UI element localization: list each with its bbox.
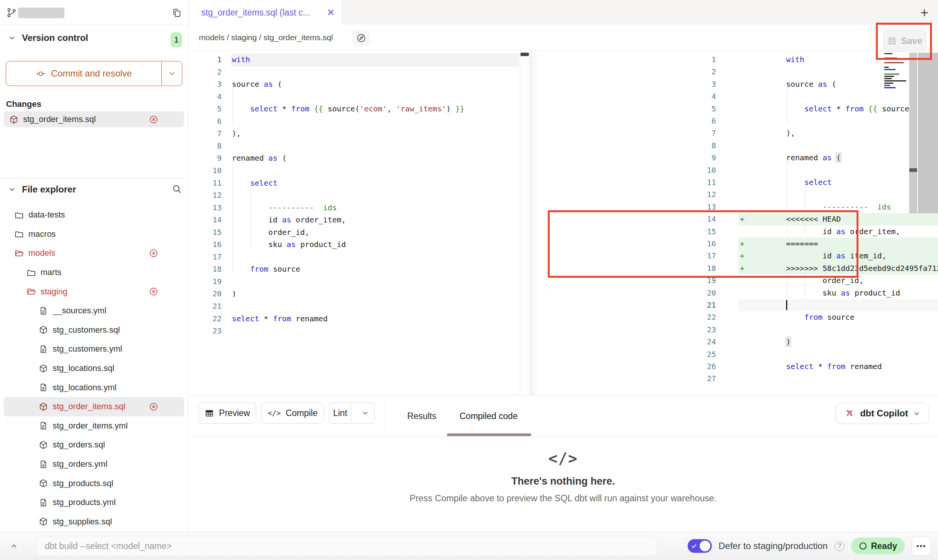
text-cursor — [786, 300, 787, 310]
lint-button[interactable]: Lint — [329, 402, 375, 424]
model-cube-icon — [9, 115, 19, 124]
changes-count-badge: 1 — [170, 32, 182, 47]
minimap[interactable] — [884, 53, 908, 100]
compile-button[interactable]: </> Compile — [261, 402, 324, 424]
editor-scrollbar-thumb[interactable] — [909, 168, 917, 172]
line-number: 20 — [686, 287, 716, 299]
help-icon[interactable]: ? — [835, 541, 844, 551]
preview-label: Preview — [219, 408, 250, 418]
explorer-item-stg-locations-sql[interactable]: stg_locations.sql — [4, 359, 184, 378]
explorer-item-stg-orders-sql[interactable]: stg_orders.sql — [4, 435, 184, 455]
line-number: 8 — [686, 139, 716, 152]
discard-change-icon[interactable] — [149, 287, 158, 296]
minimap-line — [884, 64, 886, 66]
line-number: 25 — [686, 348, 716, 360]
code-line: select * from {{ source('ecom', 'raw_ite… — [232, 103, 464, 115]
explorer-item-marts[interactable]: marts — [4, 263, 184, 282]
explorer-item-staging[interactable]: staging — [4, 282, 184, 301]
tab-stg-order-items[interactable]: stg_order_items.sql (last c... ✕ — [188, 0, 342, 25]
defer-toggle[interactable] — [688, 539, 712, 553]
dbt-copilot-button[interactable]: dbt Copilot — [835, 403, 929, 424]
active-tab-underline — [447, 433, 531, 436]
explorer-item-stg-products-yml[interactable]: stg_products.yml — [4, 493, 184, 512]
chevron-down-icon — [362, 410, 369, 416]
code-line: with — [232, 53, 250, 66]
explorer-item-stg-products-sql[interactable]: stg_products.sql — [4, 474, 184, 493]
status-badge: Ready — [851, 538, 905, 554]
explorer-item-stg-order-items-sql[interactable]: stg_order_items.sql — [4, 397, 184, 416]
line-number: 12 — [686, 188, 716, 200]
cube-icon — [39, 402, 48, 411]
code-line: source as ( — [786, 78, 836, 90]
commit-dropdown-button[interactable] — [162, 61, 182, 86]
line-number: 10 — [191, 164, 222, 177]
chevron-up-icon[interactable] — [9, 542, 19, 551]
explorer-item-stg-locations-yml[interactable]: stg_locations.yml — [4, 378, 184, 397]
line-number: 2 — [191, 66, 222, 78]
minimap-line — [884, 80, 906, 81]
copilot-icon — [844, 408, 855, 419]
file-explorer-header[interactable]: File explorer — [8, 184, 76, 195]
code-line: id as order_item, — [232, 214, 346, 226]
editor-scrollbar-track[interactable] — [909, 53, 917, 213]
tab-compiled-code[interactable]: Compiled code — [460, 396, 517, 436]
explorer-item-data-tests[interactable]: data-tests — [4, 205, 184, 225]
folder-open-icon — [27, 287, 36, 296]
commit-button-label: Commit and resolve — [51, 68, 132, 79]
status-circle-icon — [859, 542, 867, 550]
search-icon[interactable] — [172, 184, 182, 194]
code-line: ) — [786, 336, 791, 348]
tab-results[interactable]: Results — [407, 396, 436, 436]
new-tab-button[interactable]: + — [916, 5, 933, 21]
line-number: 22 — [686, 311, 716, 323]
line-number: 24 — [686, 336, 716, 348]
explorer-item-stg-orders-yml[interactable]: stg_orders.yml — [4, 455, 184, 474]
cube-icon — [39, 517, 48, 526]
more-options-button[interactable]: ••• — [911, 536, 931, 556]
editor-pane-original[interactable]: 1with23source as (45 select * from {{ so… — [188, 50, 520, 395]
line-number: 5 — [191, 103, 222, 115]
lint-dropdown-button[interactable] — [356, 410, 374, 416]
line-number: 26 — [686, 360, 716, 372]
chevron-down-icon — [913, 410, 920, 417]
left-scrollbar-thumb[interactable] — [521, 53, 529, 56]
command-input[interactable] — [36, 536, 657, 556]
version-control-header[interactable]: Version control — [8, 33, 88, 43]
explorer-item-models[interactable]: models — [4, 244, 184, 263]
discard-change-icon[interactable] — [149, 402, 158, 411]
explorer-item--sources-yml[interactable]: __sources.yml — [4, 301, 184, 321]
minimap-line — [884, 62, 904, 63]
chevron-down-icon — [8, 34, 16, 42]
commit-and-resolve-button[interactable]: Commit and resolve — [6, 61, 182, 86]
explorer-item-stg-customers-sql[interactable]: stg_customers.sql — [4, 321, 184, 340]
line-number: 11 — [686, 176, 716, 188]
explorer-item-macros[interactable]: macros — [4, 225, 184, 244]
line-number: 15 — [191, 226, 222, 239]
window-scrollbar[interactable] — [918, 53, 938, 213]
explorer-item-stg-customers-yml[interactable]: stg_customers.yml — [4, 339, 184, 359]
line-number: 3 — [686, 78, 716, 90]
cube-icon — [39, 325, 48, 335]
line-number: 19 — [191, 275, 222, 288]
explorer-item-stg-supplies-sql[interactable]: stg_supplies.sql — [4, 512, 184, 532]
explorer-item-label: stg_orders.yml — [53, 459, 107, 469]
line-number: 8 — [191, 140, 222, 152]
lineage-button[interactable] — [352, 30, 370, 46]
tab-close-icon[interactable]: ✕ — [327, 7, 335, 19]
cube-icon — [39, 364, 48, 373]
code-line: with — [786, 53, 804, 66]
copilot-label: dbt Copilot — [860, 408, 908, 419]
preview-button[interactable]: Preview — [199, 402, 256, 424]
toolbar-separator — [385, 396, 385, 436]
discard-change-icon[interactable] — [149, 249, 158, 258]
minimap-line — [884, 87, 896, 88]
line-number: 1 — [191, 53, 222, 66]
discard-change-icon[interactable] — [149, 115, 158, 124]
chevron-down-icon — [168, 70, 176, 77]
changed-file-row[interactable]: stg_order_items.sql — [4, 111, 184, 127]
explorer-item-stg-order-items-yml[interactable]: stg_order_items.yml — [4, 416, 184, 436]
explorer-item-label: stg_products.yml — [53, 497, 116, 507]
minimap-line — [884, 60, 886, 61]
copy-icon[interactable] — [172, 8, 182, 18]
annotation-save-box — [876, 23, 932, 60]
